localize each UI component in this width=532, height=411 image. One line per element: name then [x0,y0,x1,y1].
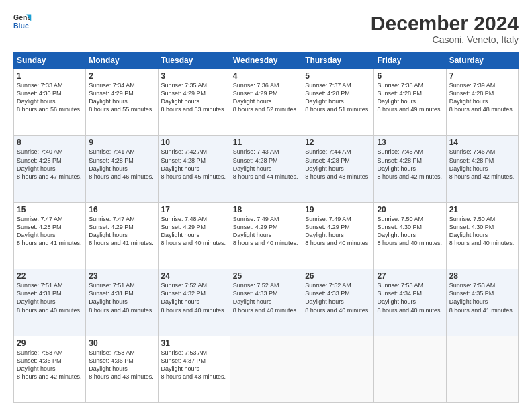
cell-info: Sunrise: 7:53 AMSunset: 4:37 PMDaylight … [161,349,226,380]
cell-info: Sunrise: 7:53 AMSunset: 4:35 PMDaylight … [449,282,515,313]
day-number: 20 [377,205,443,214]
calendar-cell: 11Sunrise: 7:43 AMSunset: 4:28 PMDayligh… [230,136,302,202]
cell-info: Sunrise: 7:52 AMSunset: 4:33 PMDaylight … [233,282,298,313]
day-number: 4 [233,71,299,81]
cell-info: Sunrise: 7:36 AMSunset: 4:29 PMDaylight … [233,82,298,113]
calendar-cell [446,336,518,402]
week-row-3: 15Sunrise: 7:47 AMSunset: 4:28 PMDayligh… [14,202,519,269]
day-number: 17 [161,205,227,214]
col-header-sunday: Sunday [14,52,86,69]
calendar-cell: 16Sunrise: 7:47 AMSunset: 4:29 PMDayligh… [86,202,158,269]
calendar-cell: 22Sunrise: 7:51 AMSunset: 4:31 PMDayligh… [14,269,86,336]
cell-info: Sunrise: 7:47 AMSunset: 4:28 PMDaylight … [17,216,82,246]
calendar-cell: 19Sunrise: 7:49 AMSunset: 4:29 PMDayligh… [302,202,374,269]
cell-info: Sunrise: 7:33 AMSunset: 4:30 PMDaylight … [17,82,82,113]
calendar-cell: 14Sunrise: 7:46 AMSunset: 4:28 PMDayligh… [446,136,518,202]
day-number: 28 [449,271,515,281]
week-row-5: 29Sunrise: 7:53 AMSunset: 4:36 PMDayligh… [14,336,519,402]
cell-info: Sunrise: 7:53 AMSunset: 4:34 PMDaylight … [377,282,442,313]
cell-info: Sunrise: 7:41 AMSunset: 4:28 PMDaylight … [89,148,154,179]
calendar-cell: 12Sunrise: 7:44 AMSunset: 4:28 PMDayligh… [302,136,374,202]
calendar-cell: 17Sunrise: 7:48 AMSunset: 4:29 PMDayligh… [158,202,230,269]
day-number: 27 [377,271,443,281]
day-number: 21 [449,205,515,214]
calendar-cell [230,336,302,402]
day-number: 5 [305,71,371,81]
week-row-1: 1Sunrise: 7:33 AMSunset: 4:30 PMDaylight… [14,69,519,136]
cell-info: Sunrise: 7:45 AMSunset: 4:28 PMDaylight … [377,148,442,179]
day-number: 14 [449,138,515,147]
cell-info: Sunrise: 7:37 AMSunset: 4:28 PMDaylight … [305,82,370,113]
cell-info: Sunrise: 7:53 AMSunset: 4:36 PMDaylight … [89,349,154,380]
calendar-cell: 8Sunrise: 7:40 AMSunset: 4:28 PMDaylight… [14,136,86,202]
cell-info: Sunrise: 7:49 AMSunset: 4:29 PMDaylight … [305,216,370,246]
day-number: 22 [17,271,83,281]
calendar-cell: 29Sunrise: 7:53 AMSunset: 4:36 PMDayligh… [14,336,86,402]
day-number: 29 [17,338,83,348]
cell-info: Sunrise: 7:43 AMSunset: 4:28 PMDaylight … [233,148,298,179]
day-number: 7 [449,71,515,81]
day-number: 9 [89,138,154,147]
col-header-saturday: Saturday [446,52,518,69]
col-header-friday: Friday [374,52,446,69]
cell-info: Sunrise: 7:44 AMSunset: 4:28 PMDaylight … [305,148,370,179]
title-area: December 2024 Casoni, Veneto, Italy [371,12,519,45]
cell-info: Sunrise: 7:42 AMSunset: 4:28 PMDaylight … [161,148,226,179]
day-number: 31 [161,338,227,348]
cell-info: Sunrise: 7:39 AMSunset: 4:28 PMDaylight … [449,82,515,113]
cell-info: Sunrise: 7:53 AMSunset: 4:36 PMDaylight … [17,349,82,380]
day-number: 1 [17,71,83,81]
calendar-cell: 18Sunrise: 7:49 AMSunset: 4:29 PMDayligh… [230,202,302,269]
cell-info: Sunrise: 7:38 AMSunset: 4:28 PMDaylight … [377,82,442,113]
day-number: 15 [17,205,83,214]
cell-info: Sunrise: 7:52 AMSunset: 4:32 PMDaylight … [161,282,226,313]
day-number: 18 [233,205,299,214]
cell-info: Sunrise: 7:46 AMSunset: 4:28 PMDaylight … [449,148,515,179]
calendar-cell: 15Sunrise: 7:47 AMSunset: 4:28 PMDayligh… [14,202,86,269]
col-header-wednesday: Wednesday [230,52,302,69]
calendar-cell: 2Sunrise: 7:34 AMSunset: 4:29 PMDaylight… [86,69,158,136]
week-row-4: 22Sunrise: 7:51 AMSunset: 4:31 PMDayligh… [14,269,519,336]
cell-info: Sunrise: 7:51 AMSunset: 4:31 PMDaylight … [17,282,82,313]
header: General Blue December 2024 Casoni, Venet… [13,12,519,45]
col-header-tuesday: Tuesday [158,52,230,69]
svg-text:Blue: Blue [13,21,29,30]
calendar-cell: 30Sunrise: 7:53 AMSunset: 4:36 PMDayligh… [86,336,158,402]
main-title: December 2024 [371,12,519,34]
day-number: 13 [377,138,443,147]
cell-info: Sunrise: 7:51 AMSunset: 4:31 PMDaylight … [89,282,154,313]
calendar-table: SundayMondayTuesdayWednesdayThursdayFrid… [13,52,519,403]
col-header-monday: Monday [86,52,158,69]
calendar-cell: 28Sunrise: 7:53 AMSunset: 4:35 PMDayligh… [446,269,518,336]
day-number: 24 [161,271,227,281]
calendar-cell: 6Sunrise: 7:38 AMSunset: 4:28 PMDaylight… [374,69,446,136]
calendar-cell: 21Sunrise: 7:50 AMSunset: 4:30 PMDayligh… [446,202,518,269]
cell-info: Sunrise: 7:50 AMSunset: 4:30 PMDaylight … [377,216,442,246]
day-number: 8 [17,138,83,147]
calendar-cell [374,336,446,402]
calendar-cell: 31Sunrise: 7:53 AMSunset: 4:37 PMDayligh… [158,336,230,402]
cell-info: Sunrise: 7:40 AMSunset: 4:28 PMDaylight … [17,148,82,179]
cell-info: Sunrise: 7:35 AMSunset: 4:29 PMDaylight … [161,82,226,113]
day-number: 16 [89,205,154,214]
day-number: 6 [377,71,443,81]
day-number: 30 [89,338,154,348]
calendar-cell: 4Sunrise: 7:36 AMSunset: 4:29 PMDaylight… [230,69,302,136]
calendar-cell: 27Sunrise: 7:53 AMSunset: 4:34 PMDayligh… [374,269,446,336]
calendar-cell: 23Sunrise: 7:51 AMSunset: 4:31 PMDayligh… [86,269,158,336]
calendar-cell: 3Sunrise: 7:35 AMSunset: 4:29 PMDaylight… [158,69,230,136]
calendar-cell: 20Sunrise: 7:50 AMSunset: 4:30 PMDayligh… [374,202,446,269]
cell-info: Sunrise: 7:34 AMSunset: 4:29 PMDaylight … [89,82,154,113]
day-number: 19 [305,205,371,214]
day-number: 11 [233,138,299,147]
logo: General Blue [13,12,32,31]
day-number: 23 [89,271,154,281]
col-header-thursday: Thursday [302,52,374,69]
calendar-cell: 13Sunrise: 7:45 AMSunset: 4:28 PMDayligh… [374,136,446,202]
cell-info: Sunrise: 7:47 AMSunset: 4:29 PMDaylight … [89,216,154,246]
day-number: 25 [233,271,299,281]
cell-info: Sunrise: 7:49 AMSunset: 4:29 PMDaylight … [233,216,298,246]
day-number: 26 [305,271,371,281]
day-number: 2 [89,71,154,81]
page: General Blue December 2024 Casoni, Venet… [0,0,532,411]
